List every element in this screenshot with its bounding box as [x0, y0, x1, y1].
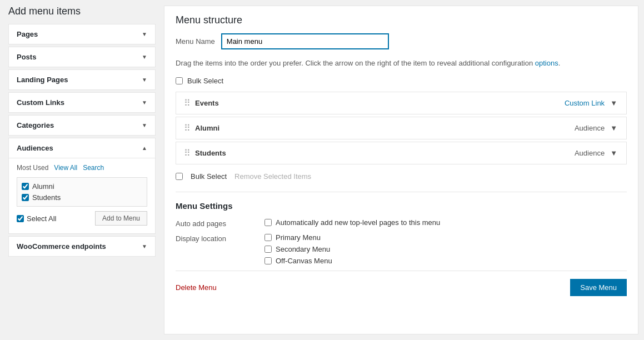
off-canvas-menu-label: Off-Canvas Menu	[276, 257, 332, 265]
tab-view-all[interactable]: View All	[54, 164, 77, 172]
menu-item-alumni-right: Audience ▼	[575, 123, 618, 133]
menu-item-alumni-name: Alumni	[195, 124, 219, 132]
chevron-down-icon: ▼	[142, 243, 147, 249]
off-canvas-menu-row: Off-Canvas Menu	[264, 257, 332, 265]
audiences-bottom-row: Select All Add to Menu	[17, 211, 147, 226]
accordion-custom-links-header[interactable]: Custom Links ▼	[9, 93, 155, 112]
chevron-down-icon: ▼	[142, 77, 147, 83]
audiences-body: Most Used View All Search Alumni Student…	[9, 158, 155, 233]
left-panel-title: Add menu items	[8, 6, 156, 17]
select-all-row: Select All	[17, 214, 56, 223]
menu-item-students-left: ⠿ Students	[184, 148, 226, 158]
audience-item-students: Students	[22, 193, 142, 202]
menu-item-events: ⠿ Events Custom Link ▼	[176, 92, 627, 114]
menu-item-events-left: ⠿ Events	[184, 98, 219, 108]
settings-divider	[176, 192, 627, 192]
menu-settings-title: Menu Settings	[176, 201, 627, 211]
accordion-audiences-header[interactable]: Audiences ▲	[9, 138, 155, 158]
right-panel-title: Menu structure	[176, 14, 627, 26]
chevron-down-icon: ▼	[142, 99, 147, 106]
menu-items-list: ⠿ Events Custom Link ▼ ⠿ Alumni Audience…	[176, 92, 627, 164]
left-panel: Add menu items Pages ▼ Posts ▼ Landing P…	[0, 0, 164, 340]
expand-events-button[interactable]: ▼	[609, 98, 618, 108]
tab-most-used[interactable]: Most Used	[17, 164, 48, 172]
menu-item-alumni-left: ⠿ Alumni	[184, 123, 219, 133]
drag-handle-icon[interactable]: ⠿	[184, 98, 191, 108]
alumni-checkbox[interactable]	[22, 183, 29, 190]
accordion-posts-label: Posts	[17, 53, 36, 61]
menu-item-events-right: Custom Link ▼	[565, 98, 618, 108]
bulk-select-top-checkbox[interactable]	[176, 77, 183, 84]
accordion-woocommerce-label: WooCommerce endpoints	[17, 242, 106, 251]
drag-handle-icon[interactable]: ⠿	[184, 123, 191, 133]
bulk-select-bottom-row: Bulk Select Remove Selected Items	[176, 172, 627, 181]
primary-menu-label: Primary Menu	[276, 233, 321, 242]
menu-name-input[interactable]	[222, 34, 388, 49]
drag-hint: Drag the items into the order you prefer…	[176, 58, 627, 69]
chevron-up-icon: ▲	[142, 145, 147, 151]
off-canvas-menu-checkbox[interactable]	[264, 257, 272, 264]
select-all-checkbox[interactable]	[17, 215, 24, 222]
expand-students-button[interactable]: ▼	[609, 148, 618, 158]
save-menu-button[interactable]: Save Menu	[570, 279, 627, 296]
menu-item-students: ⠿ Students Audience ▼	[176, 142, 627, 164]
bulk-select-top-label: Bulk Select	[187, 77, 223, 85]
secondary-menu-checkbox[interactable]	[264, 246, 272, 253]
students-checkbox[interactable]	[22, 194, 29, 201]
auto-add-pages-checkbox-label: Automatically add new top-level pages to…	[276, 218, 440, 227]
menu-name-row: Menu Name	[176, 34, 627, 49]
menu-item-students-type: Audience	[575, 149, 605, 157]
accordion-categories-label: Categories	[17, 121, 54, 129]
primary-menu-row: Primary Menu	[264, 233, 332, 242]
drag-handle-icon[interactable]: ⠿	[184, 148, 191, 158]
audience-item-alumni: Alumni	[22, 182, 142, 191]
select-all-label: Select All	[27, 214, 56, 223]
menu-item-students-name: Students	[195, 149, 226, 157]
menu-item-students-right: Audience ▼	[575, 148, 618, 158]
tab-search[interactable]: Search	[83, 164, 104, 172]
accordion-pages-label: Pages	[17, 30, 38, 38]
secondary-menu-label: Secondary Menu	[276, 245, 330, 253]
accordion-pages: Pages ▼	[8, 24, 156, 44]
accordion-woocommerce: WooCommerce endpoints ▼	[8, 236, 156, 257]
accordion-custom-links-label: Custom Links	[17, 98, 64, 107]
footer-bar: Delete Menu Save Menu	[176, 271, 627, 296]
options-link[interactable]: options	[535, 59, 558, 67]
audience-tabs: Most Used View All Search	[17, 164, 147, 172]
menu-name-label: Menu Name	[176, 37, 215, 46]
right-panel: Menu structure Menu Name Drag the items …	[164, 6, 638, 334]
alumni-label: Alumni	[32, 182, 54, 191]
auto-add-pages-check-row: Automatically add new top-level pages to…	[264, 218, 440, 227]
accordion-audiences: Audiences ▲ Most Used View All Search Al…	[8, 138, 156, 234]
primary-menu-checkbox[interactable]	[264, 234, 272, 241]
students-label: Students	[32, 193, 61, 202]
chevron-down-icon: ▼	[142, 31, 147, 37]
delete-menu-link[interactable]: Delete Menu	[176, 283, 217, 292]
accordion-categories-header[interactable]: Categories ▼	[9, 116, 155, 135]
accordion-landing-pages-label: Landing Pages	[17, 76, 68, 84]
remove-selected-link[interactable]: Remove Selected Items	[234, 172, 311, 181]
menu-item-alumni-type: Audience	[575, 124, 605, 132]
bulk-select-bottom-label: Bulk Select	[191, 172, 227, 181]
accordion-landing-pages: Landing Pages ▼	[8, 69, 156, 90]
expand-alumni-button[interactable]: ▼	[609, 123, 618, 133]
menu-settings: Menu Settings Auto add pages Automatical…	[176, 201, 627, 265]
display-location-label: Display location	[176, 233, 253, 243]
accordion-landing-pages-header[interactable]: Landing Pages ▼	[9, 70, 155, 89]
accordion-pages-header[interactable]: Pages ▼	[9, 24, 155, 44]
secondary-menu-row: Secondary Menu	[264, 245, 332, 253]
audiences-checkbox-list: Alumni Students	[17, 177, 147, 207]
auto-add-pages-checkbox[interactable]	[264, 219, 272, 226]
menu-item-alumni: ⠿ Alumni Audience ▼	[176, 117, 627, 139]
add-to-menu-button[interactable]: Add to Menu	[95, 211, 147, 226]
display-location-control: Primary Menu Secondary Menu Off-Canvas M…	[264, 233, 332, 265]
accordion-categories: Categories ▼	[8, 115, 156, 136]
chevron-down-icon: ▼	[142, 122, 147, 128]
auto-add-pages-row: Auto add pages Automatically add new top…	[176, 218, 627, 228]
accordion-posts-header[interactable]: Posts ▼	[9, 47, 155, 67]
bulk-select-bottom-checkbox[interactable]	[176, 173, 183, 180]
chevron-down-icon: ▼	[142, 54, 147, 60]
accordion-woocommerce-header[interactable]: WooCommerce endpoints ▼	[9, 237, 155, 256]
display-location-row: Display location Primary Menu Secondary …	[176, 233, 627, 265]
accordion-posts: Posts ▼	[8, 47, 156, 67]
